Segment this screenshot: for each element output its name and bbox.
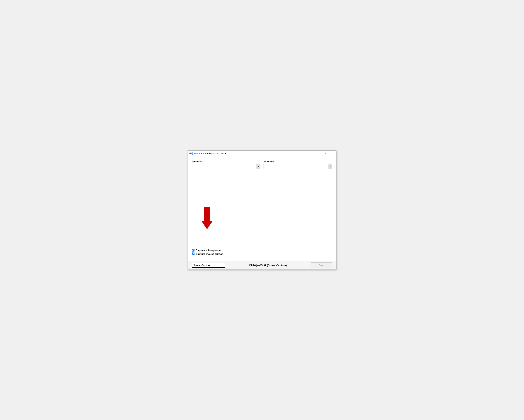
main-window: MOG Screen Recording Proxy — □ ✕ Windows… [188,151,336,270]
windows-group: Windows ▼ [192,160,261,169]
windows-dropdown[interactable] [192,164,261,169]
windows-label: Windows [192,160,261,163]
close-button[interactable]: ✕ [330,151,335,156]
svg-point-1 [191,153,192,154]
maximize-button[interactable]: □ [324,151,329,156]
capture-mouse-cursor-label: Capture mouse cursor [196,252,223,255]
title-bar: MOG Screen Recording Proxy — □ ✕ [188,151,336,157]
arrow-indicator [201,207,213,229]
monitors-dropdown[interactable] [263,164,332,169]
app-icon [189,152,193,155]
monitors-dropdown-wrapper: ▼ [263,164,332,169]
title-bar-controls: — □ ✕ [318,151,335,156]
dropdowns-row: Windows ▼ Monitors ▼ [192,160,332,169]
main-area [192,171,332,249]
status-text: XPR-QA-45-39 (ScreenCapture) [227,264,308,267]
arrow-head [201,221,213,229]
capture-microphone-checkbox[interactable] [192,249,194,252]
monitors-group: Monitors ▼ [263,160,332,169]
minimize-button[interactable]: — [318,151,323,156]
arrow-shaft [204,207,210,221]
capture-microphone-row: Capture microphone [192,249,332,252]
bottom-bar: XPR-QA-45-39 (ScreenCapture) Stop [188,261,336,269]
capture-mouse-row: Capture mouse cursor [192,252,332,255]
stop-button[interactable]: Stop [311,262,332,268]
capture-microphone-label: Capture microphone [196,249,220,252]
windows-dropdown-wrapper: ▼ [192,164,261,169]
capture-mouse-cursor-checkbox[interactable] [192,252,194,255]
monitors-label: Monitors [263,160,332,163]
title-bar-text: MOG Screen Recording Proxy [194,152,318,155]
checkboxes-section: Capture microphone Capture mouse cursor [192,249,332,258]
screen-capture-input[interactable] [192,263,225,268]
content-area: Windows ▼ Monitors ▼ [188,157,336,261]
